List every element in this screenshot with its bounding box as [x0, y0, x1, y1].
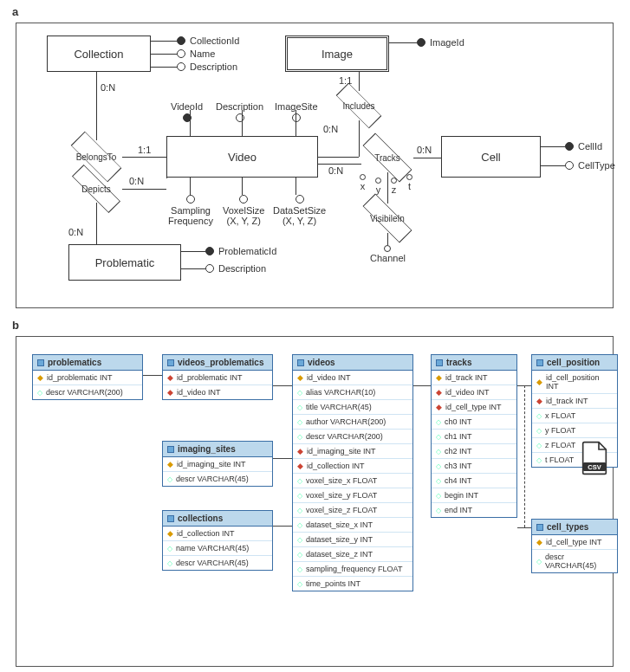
attr-cell-id: CellId	[565, 141, 602, 152]
attr-visiblein-channel: Channel	[370, 245, 406, 263]
card-image-includes: 1:1	[339, 75, 352, 86]
attr-tracks-z: z	[391, 178, 397, 195]
rel-includes: Includes	[335, 91, 382, 120]
table-tracks: tracks◆id_track INT◆id_video INT◆id_cell…	[431, 354, 517, 518]
entity-video: Video	[166, 136, 318, 178]
panel-a-er-diagram: Collection CollectionId Name Description…	[16, 23, 614, 308]
svg-text:CSV: CSV	[588, 463, 601, 471]
rel-tracks: Tracks	[361, 143, 413, 172]
card-collection-video: 0:N	[101, 82, 115, 93]
attr-problematic-id: ProblematicId	[205, 246, 276, 256]
table-imaging-sites: imaging_sites◆id_imaging_site INT◇descr …	[162, 441, 273, 487]
table-videos: videos◆id_video INT◇alias VARCHAR(10)◇ti…	[292, 354, 413, 591]
entity-image: Image	[285, 36, 389, 72]
attr-cell-type: CellType	[565, 160, 615, 171]
card-video-includes: 0:N	[323, 124, 338, 134]
attr-video-description: Description	[216, 101, 263, 122]
entity-collection: Collection	[47, 36, 151, 72]
rel-visiblein: VisibileIn	[361, 204, 413, 233]
attr-video-sampling: Sampling Frequency	[168, 195, 213, 226]
attr-collection-name: Name	[177, 48, 215, 59]
rel-depicts: Depicts	[70, 175, 122, 203]
table-videos-problematics: videos_problematics◆id_problematic INT◆i…	[162, 354, 273, 400]
card-cell-tracks: 0:N	[417, 145, 432, 155]
attr-video-imagesite: ImageSite	[275, 101, 318, 122]
table-problematics: problematics◆id_problematic INT◇descr VA…	[32, 354, 143, 400]
attr-problematic-description: Description	[205, 263, 266, 274]
attr-tracks-y: y	[375, 178, 381, 195]
panel-b-label: b	[12, 319, 19, 332]
entity-problematic: Problematic	[68, 244, 181, 281]
panel-b-schema: problematics◆id_problematic INT◇descr VA…	[16, 336, 614, 667]
attr-image-id: ImageId	[417, 37, 464, 48]
attr-video-id: VideoId	[171, 101, 203, 122]
attr-collection-id: CollectionId	[177, 36, 239, 46]
table-cell-types: cell_types◆id_cell_type INT◇descr VARCHA…	[531, 519, 618, 573]
card-problematic-depicts: 0:N	[68, 227, 83, 237]
entity-cell: Cell	[441, 136, 541, 178]
card-video-tracks: 0:N	[328, 165, 343, 176]
rel-belongsto: BelongsTo	[70, 140, 122, 173]
attr-tracks-t: t	[406, 174, 412, 191]
table-collections: collections◆id_collection INT◇name VARCH…	[162, 510, 273, 571]
attr-collection-description: Description	[177, 61, 237, 72]
csv-icon: CSV	[580, 441, 609, 475]
card-depicts-video: 0:N	[129, 176, 144, 186]
attr-video-datasetsize: DataSetSize (X, Y, Z)	[273, 195, 326, 226]
attr-tracks-x: x	[360, 174, 366, 191]
attr-video-voxelsize: VoxelSize (X, Y, Z)	[223, 195, 264, 226]
card-video-belongsto: 1:1	[138, 145, 151, 155]
panel-a-label: a	[12, 5, 18, 18]
